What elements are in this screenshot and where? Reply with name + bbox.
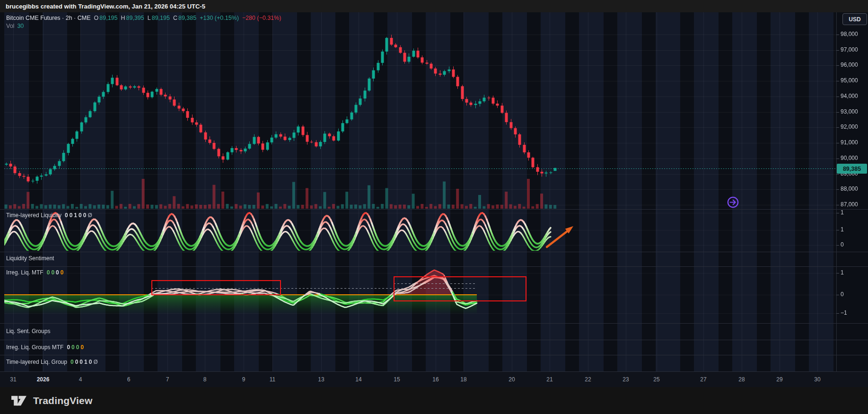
price-tick-label: 1 xyxy=(841,269,844,276)
scroll-to-recent-icon[interactable] xyxy=(727,196,739,209)
change-negative: −280 (−0.31%) xyxy=(242,15,281,21)
time-tick-label: 25 xyxy=(653,376,659,383)
time-tick-label: 2026 xyxy=(37,376,50,383)
time-tick-label: 11 xyxy=(270,376,275,383)
drawing-rectangle-2[interactable] xyxy=(394,276,526,301)
attribution-text: brucegibbs created with TradingView.com,… xyxy=(0,3,205,10)
indicator-value: 0 xyxy=(89,359,92,365)
indicator-value: 0 xyxy=(47,269,50,276)
indicator-values: 0000 xyxy=(45,269,64,276)
indicator-value: 0 xyxy=(83,212,87,219)
pane-label-irreg-liq-groups-mtf[interactable]: Irreg. Liq. Groups MTF 0000 xyxy=(6,344,84,351)
time-tick-label: 13 xyxy=(318,376,324,383)
time-tick-label: 29 xyxy=(776,376,782,383)
indicator-value: 0 xyxy=(70,212,73,219)
indicator-value: 1 xyxy=(74,212,77,219)
time-tick-label: 27 xyxy=(700,376,706,383)
tradingview-snapshot: brucegibbs created with TradingView.com,… xyxy=(0,0,868,414)
indicator-title: Liq. Sent. Groups xyxy=(6,328,50,335)
price-tick-label: 90,000 xyxy=(841,155,858,161)
indicator-title: Irreg. Liq. MTF xyxy=(6,269,44,276)
time-tick-label: 14 xyxy=(355,376,361,383)
indicator-value: 0 xyxy=(71,344,75,351)
time-tick-label: 9 xyxy=(242,376,245,383)
time-tick-label: 6 xyxy=(127,376,131,383)
indicator-value: 0 xyxy=(80,344,84,351)
price-tick-label: 88,000 xyxy=(841,185,858,192)
price-tick-label: 1 xyxy=(841,226,844,233)
indicator-values: 00100Ø xyxy=(63,212,92,219)
time-tick-label: 18 xyxy=(460,376,466,383)
drawing-arrow[interactable] xyxy=(542,223,577,251)
price-tick-label: 92,000 xyxy=(841,123,858,130)
indicator-title: Liquidity Sentiment xyxy=(6,255,54,262)
price-tick-label: 1 xyxy=(841,209,844,216)
indicator-values: 00010Ø xyxy=(69,359,98,365)
symbol-title[interactable]: Bitcoin CME Futures · 2h · CME xyxy=(6,15,91,21)
pane-label-liquidity-sentiment[interactable]: Liquidity Sentiment xyxy=(6,255,54,262)
legend-row-1: Bitcoin CME Futures · 2h · CME O89,195 H… xyxy=(6,15,281,21)
low-label: L xyxy=(148,15,151,21)
price-tick-label: 95,000 xyxy=(841,77,858,84)
indicator-value: 0 xyxy=(79,212,82,219)
price-tick-label: 93,000 xyxy=(841,108,858,115)
tradingview-logo-text[interactable]: TradingView xyxy=(33,395,93,406)
indicator-value: 0 xyxy=(79,359,83,365)
time-tick-label: 23 xyxy=(623,376,629,383)
volume-value: 30 xyxy=(17,23,24,29)
price-tick-label: −1 xyxy=(841,309,847,316)
price-tick-label: 0 xyxy=(841,241,844,248)
time-scale[interactable]: 3120264678911131415161820212223252728293… xyxy=(0,371,868,387)
time-tick-label: 7 xyxy=(166,376,169,383)
time-tick-label: 16 xyxy=(432,376,438,383)
attribution-bar: brucegibbs created with TradingView.com,… xyxy=(0,0,868,12)
price-tick-label: 96,000 xyxy=(841,62,858,68)
pane-label-time-layered-liquidity[interactable]: Time-layered Liquidity 00100Ø xyxy=(6,212,92,219)
pane-label-irreg-liq-mtf[interactable]: Irreg. Liq. MTF 0000 xyxy=(6,269,63,276)
time-tick-label: 15 xyxy=(394,376,400,383)
time-tick-label: 31 xyxy=(10,376,16,383)
indicator-value: 0 xyxy=(75,359,79,365)
price-tick-label: 94,000 xyxy=(841,93,858,99)
time-tick-label: 21 xyxy=(546,376,552,383)
drawing-rectangle-1[interactable] xyxy=(151,280,281,295)
price-tick-label: 97,000 xyxy=(841,46,858,53)
legend-row-volume: Vol 30 xyxy=(6,23,24,29)
low-value: 89,195 xyxy=(152,15,170,21)
open-value: 89,195 xyxy=(99,15,117,21)
time-tick-label: 28 xyxy=(738,376,745,383)
indicator-value: Ø xyxy=(88,212,92,219)
time-tick-label: 8 xyxy=(203,376,207,383)
indicator-values: 0000 xyxy=(65,344,84,351)
price-tick-label: 98,000 xyxy=(841,31,858,37)
time-tick-label: 22 xyxy=(585,376,591,383)
indicator-value: 1 xyxy=(84,359,88,365)
change-positive: +130 (+0.15%) xyxy=(200,15,239,21)
pane-label-time-layered-liq-group[interactable]: Time-layered Liq. Group 00010Ø xyxy=(6,359,98,365)
indicator-value: 0 xyxy=(51,269,54,276)
branding-bar: TradingView xyxy=(0,387,868,414)
chart-canvas[interactable] xyxy=(0,12,868,371)
currency-toggle-button[interactable]: USD xyxy=(842,13,867,25)
pane-label-liq-sent-groups[interactable]: Liq. Sent. Groups xyxy=(6,328,50,335)
price-tick-label: 0 xyxy=(841,291,844,298)
last-price-label: 89,385 xyxy=(837,164,867,174)
indicator-value: 0 xyxy=(65,212,68,219)
volume-label[interactable]: Vol xyxy=(6,23,14,29)
indicator-title: Time-layered Liq. Group xyxy=(6,359,67,365)
close-value: 89,385 xyxy=(178,15,196,21)
open-label: O xyxy=(94,15,99,21)
time-tick-label: 4 xyxy=(79,376,82,383)
indicator-value: Ø xyxy=(93,359,97,365)
price-tick-label: 91,000 xyxy=(841,139,858,146)
high-value: 89,395 xyxy=(126,15,144,21)
close-label: C xyxy=(173,15,177,21)
time-tick-label: 30 xyxy=(814,376,820,383)
time-tick-label: 20 xyxy=(509,376,515,383)
indicator-value: 0 xyxy=(70,359,74,365)
tradingview-logo-icon[interactable] xyxy=(10,395,28,407)
indicator-value: 0 xyxy=(61,269,64,276)
indicator-title: Irreg. Liq. Groups MTF xyxy=(6,344,63,351)
indicator-value: 0 xyxy=(76,344,79,351)
indicator-value: 0 xyxy=(67,344,70,351)
